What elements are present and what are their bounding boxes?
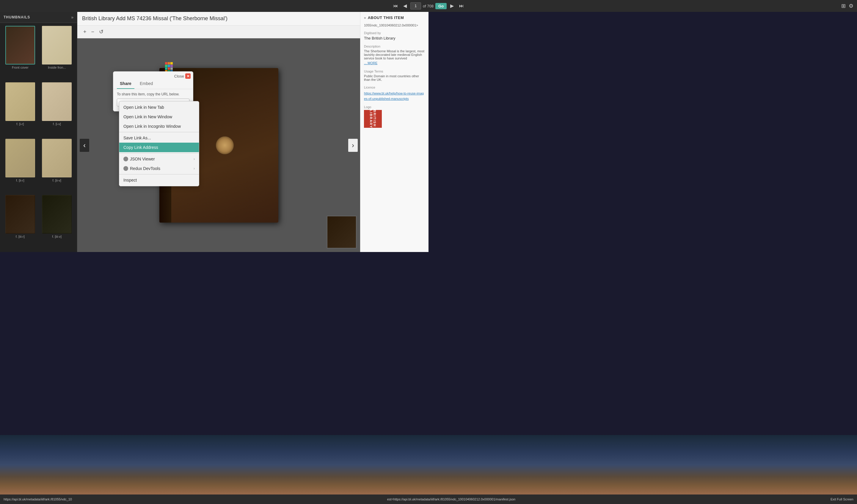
context-menu: Open Link in New TabOpen Link in New Win… xyxy=(119,101,199,186)
ctx-left-4: Copy Link Address xyxy=(123,145,158,150)
context-menu-label-2: Open Link in Incognito Window xyxy=(123,124,181,129)
context-menu-label-0: Open Link in New Tab xyxy=(123,105,164,110)
ctx-left-0: Open Link in New Tab xyxy=(123,105,164,110)
ctx-left-1: Open Link in New Window xyxy=(123,115,172,119)
context-menu-label-7: Inspect xyxy=(123,178,137,183)
ctx-left-5: JSON Viewer xyxy=(123,157,155,161)
context-menu-item-2[interactable]: Open Link in Incognito Window xyxy=(119,122,199,131)
first-page-button[interactable]: ⏮ xyxy=(391,2,400,10)
thumbnail-label-5: f. [ii-v] xyxy=(53,179,61,182)
right-panel: » ABOUT THIS ITEM 1055/vdc_100104060212.… xyxy=(360,12,428,252)
thumbnail-image-4 xyxy=(5,139,35,177)
thumbnail-image-5 xyxy=(42,139,72,177)
thumbnail-image-3 xyxy=(42,82,72,121)
sidebar-title: THUMBNAILS xyxy=(3,15,30,19)
sidebar-thumbnails: THUMBNAILS » Front coverInside fron...f.… xyxy=(0,12,77,252)
page-total: of 708 xyxy=(423,4,428,8)
context-menu-label-5: JSON Viewer xyxy=(130,157,155,161)
context-menu-item-7[interactable]: Inspect xyxy=(119,175,199,185)
thumbnail-item-4[interactable]: f. [ii-r] xyxy=(3,139,37,193)
thumbnail-image-1 xyxy=(42,26,72,65)
sidebar-collapse-button[interactable]: » xyxy=(71,15,73,20)
british-library-logo: BRITISH LIBRARY xyxy=(364,110,382,128)
more-link[interactable]: ... MORE xyxy=(364,61,377,65)
context-menu-label-3: Save Link As... xyxy=(123,136,151,140)
context-menu-label-6: Redux DevTools xyxy=(130,166,160,171)
thumbnail-grid: Front coverInside fron...f. [i-r]f. [i-v… xyxy=(0,23,77,252)
ctx-left-2: Open Link in Incognito Window xyxy=(123,124,181,129)
usage-value: Public Domain in most countries other th… xyxy=(364,74,425,82)
thumbnail-label-0: Front cover xyxy=(12,66,29,69)
viewer-controls: + − ↺ xyxy=(77,25,360,38)
page-navigation: ⏮ ◀ of 708 Go ▶ ⏭ xyxy=(391,2,428,10)
digitised-by-label: Digitised by xyxy=(364,31,425,35)
zoom-in-button[interactable]: + xyxy=(82,28,88,36)
thumbnail-label-6: f. [iii-r] xyxy=(16,235,25,238)
context-menu-item-4[interactable]: Copy Link Address xyxy=(119,143,199,152)
close-label: Close xyxy=(174,74,184,79)
book-medallion xyxy=(216,136,234,154)
item-id: 1055/vdc_100104060212.0x000001> xyxy=(364,23,425,27)
sidebar-header: THUMBNAILS » xyxy=(0,12,77,23)
context-menu-icon-6 xyxy=(123,166,128,171)
context-menu-item-3[interactable]: Save Link As... xyxy=(119,133,199,143)
share-description: To share this item, copy the URL below. xyxy=(113,92,193,99)
main-layout: THUMBNAILS » Front coverInside fron...f.… xyxy=(0,0,428,252)
thumbnail-label-3: f. [i-v] xyxy=(53,122,61,126)
thumbnail-label-7: f. [iii-v] xyxy=(52,235,62,238)
thumbnail-item-3[interactable]: f. [i-v] xyxy=(40,82,74,136)
usage-label: Usage Terms xyxy=(364,70,425,73)
description-section: Description The Sherborne Missal is the … xyxy=(364,45,425,65)
digitised-by-section: Digitised by The British Library xyxy=(364,31,425,40)
context-menu-item-6[interactable]: Redux DevTools› xyxy=(119,164,199,173)
context-menu-item-5[interactable]: JSON Viewer› xyxy=(119,154,199,164)
thumbnail-image-7 xyxy=(42,195,72,233)
thumbnail-image-2 xyxy=(5,82,35,121)
zoom-out-button[interactable]: − xyxy=(90,28,96,36)
thumbnail-label-4: f. [ii-r] xyxy=(16,179,24,182)
licence-link[interactable]: https://www.bl.uk/help/how-to-reuse-imag… xyxy=(364,91,424,101)
usage-section: Usage Terms Public Domain in most countr… xyxy=(364,70,425,82)
licence-label: Licence xyxy=(364,86,425,89)
context-menu-item-1[interactable]: Open Link in New Window xyxy=(119,112,199,122)
thumbnail-item-7[interactable]: f. [iii-v] xyxy=(40,195,74,249)
context-menu-icon-5 xyxy=(123,157,128,161)
context-menu-item-0[interactable]: Open Link in New Tab xyxy=(119,103,199,112)
thumbnail-item-5[interactable]: f. [ii-v] xyxy=(40,139,74,193)
next-image-button[interactable]: › xyxy=(348,139,358,152)
description-value: The Sherborne Missal is the largest, mos… xyxy=(364,49,425,60)
close-dialog-button[interactable]: Close ✕ xyxy=(174,73,190,79)
context-menu-separator-3 xyxy=(119,132,199,132)
prev-image-button[interactable]: ‹ xyxy=(80,139,89,152)
thumbnail-item-1[interactable]: Inside fron... xyxy=(40,26,74,80)
page-number-input[interactable] xyxy=(410,2,421,10)
description-label: Description xyxy=(364,45,425,48)
context-menu-arrow-6: › xyxy=(194,167,195,171)
viewer-header: British Library Add MS 74236 Missal ('Th… xyxy=(77,12,360,25)
context-menu-separator-5 xyxy=(119,153,199,153)
ctx-left-7: Inspect xyxy=(123,178,137,183)
context-menu-arrow-5: › xyxy=(194,157,195,161)
ctx-left-3: Save Link As... xyxy=(123,136,151,140)
thumbnail-label-1: Inside fron... xyxy=(48,66,66,69)
licence-section: Licence https://www.bl.uk/help/how-to-re… xyxy=(364,86,425,101)
context-menu-separator-7 xyxy=(119,174,199,174)
thumbnail-item-6[interactable]: f. [iii-r] xyxy=(3,195,37,249)
share-tabs: Share Embed xyxy=(113,79,193,89)
tab-share[interactable]: Share xyxy=(117,79,134,89)
rotate-button[interactable]: ↺ xyxy=(98,28,105,36)
prev-page-button[interactable]: ◀ xyxy=(401,2,408,10)
thumbnail-item-0[interactable]: Front cover xyxy=(3,26,37,80)
tab-embed[interactable]: Embed xyxy=(137,79,156,89)
top-bar: ⏮ ◀ of 708 Go ▶ ⏭ ⊞ ⚙ xyxy=(0,0,428,12)
share-dialog-header: Close ✕ xyxy=(113,72,193,79)
ctx-left-6: Redux DevTools xyxy=(123,166,160,171)
thumbnail-item-2[interactable]: f. [i-r] xyxy=(3,82,37,136)
thumbnail-image-0 xyxy=(5,26,35,65)
digitised-by-value: The British Library xyxy=(364,36,425,40)
right-panel-header: » ABOUT THIS ITEM xyxy=(364,15,425,20)
right-panel-expand-button[interactable]: » xyxy=(364,16,366,20)
logo-label: Logo xyxy=(364,105,425,109)
context-menu-label-1: Open Link in New Window xyxy=(123,115,172,119)
viewer-area: British Library Add MS 74236 Missal ('Th… xyxy=(77,12,360,252)
